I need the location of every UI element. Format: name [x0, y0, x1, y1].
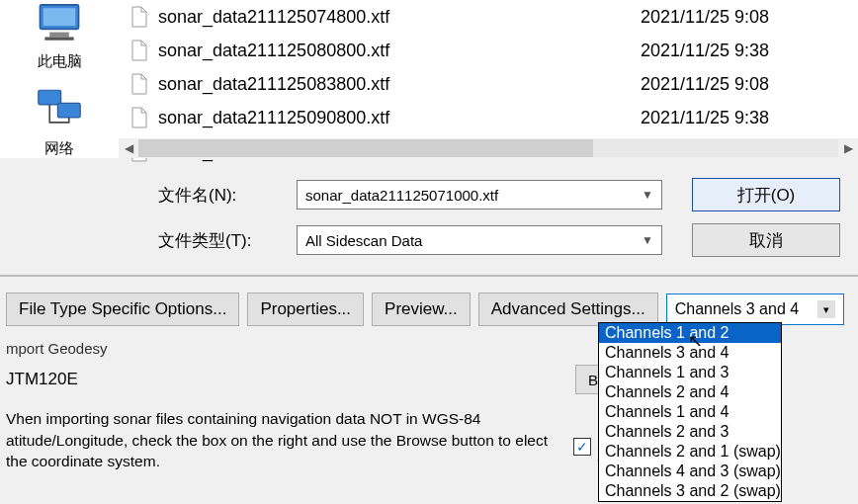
file-type-options-button[interactable]: File Type Specific Options... — [6, 293, 239, 326]
scroll-thumb[interactable] — [138, 139, 593, 157]
channel-option[interactable]: Channels 1 and 4 — [599, 402, 781, 422]
preview-button[interactable]: Preview... — [372, 293, 471, 326]
svg-rect-1 — [43, 8, 76, 26]
channel-option[interactable]: Channels 1 and 2 — [599, 323, 781, 343]
file-date: 2021/11/25 9:38 — [641, 108, 858, 128]
scroll-left-arrow[interactable]: ◀ — [119, 138, 138, 158]
filetype-combobox[interactable]: All Sidescan Data ▼ — [297, 225, 662, 255]
network-label[interactable]: 网络 — [0, 139, 119, 158]
places-sidebar: 此电脑 网络 — [0, 0, 119, 158]
channel-option[interactable]: Channels 4 and 3 (swap) — [599, 462, 781, 481]
file-row[interactable]: sonar_data211125083800.xtf 2021/11/25 9:… — [129, 67, 858, 101]
this-pc-icon[interactable] — [0, 0, 119, 50]
svg-rect-4 — [39, 90, 61, 105]
file-icon — [129, 38, 150, 63]
geodesy-utm-value: JTM120E — [6, 366, 575, 393]
chevron-down-icon: ▼ — [642, 188, 653, 202]
file-name: sonar_data211125080800.xtf — [158, 41, 641, 61]
network-icon[interactable] — [0, 87, 119, 137]
file-date: 2021/11/25 9:08 — [641, 7, 858, 28]
nav-override-checkbox[interactable]: ✓ — [573, 438, 591, 456]
this-pc-label[interactable]: 此电脑 — [0, 52, 119, 71]
file-name: sonar_data211125074800.xtf — [158, 7, 641, 28]
channels-combobox[interactable]: Channels 3 and 4 ▾ — [666, 294, 844, 325]
geodesy-help-text: Vhen importing sonar files containing na… — [6, 408, 559, 472]
channel-option[interactable]: Channels 2 and 3 — [599, 422, 781, 442]
filename-value: sonar_data211125071000.xtf — [305, 187, 498, 204]
channel-option[interactable]: Channels 3 and 4 — [599, 343, 781, 363]
properties-button[interactable]: Properties... — [247, 293, 364, 326]
file-icon — [129, 4, 150, 30]
filetype-value: All Sidescan Data — [305, 232, 422, 249]
file-icon — [129, 105, 150, 130]
filename-label: 文件名(N): — [158, 184, 297, 207]
svg-rect-5 — [57, 103, 80, 118]
open-button[interactable]: 打开(O) — [692, 178, 840, 211]
file-name: sonar_data211125083800.xtf — [158, 74, 641, 95]
file-date: 2021/11/25 9:08 — [641, 74, 858, 95]
cancel-button[interactable]: 取消 — [692, 223, 840, 257]
file-name: sonar_data211125090800.xtf — [158, 108, 641, 128]
file-row[interactable]: sonar_data211125080800.xtf 2021/11/25 9:… — [129, 34, 858, 67]
file-list[interactable]: sonar_data211125074800.xtf 2021/11/25 9:… — [119, 0, 858, 158]
channel-option[interactable]: Channels 3 and 2 (swap) — [599, 481, 781, 501]
svg-rect-3 — [44, 37, 73, 40]
channel-option[interactable]: Channels 2 and 4 — [599, 382, 781, 402]
svg-rect-2 — [49, 33, 69, 38]
filetype-label: 文件类型(T): — [158, 229, 297, 252]
chevron-down-icon: ▾ — [817, 300, 835, 318]
file-row[interactable]: sonar_data211125074800.xtf 2021/11/25 9:… — [129, 0, 858, 34]
filename-combobox[interactable]: sonar_data211125071000.xtf ▼ — [297, 180, 662, 210]
channel-option[interactable]: Channels 2 and 1 (swap) — [599, 442, 781, 462]
channels-dropdown-list[interactable]: Channels 1 and 2 Channels 3 and 4 Channe… — [598, 322, 782, 502]
file-row[interactable]: sonar_data211125090800.xtf 2021/11/25 9:… — [129, 101, 858, 134]
file-icon — [129, 71, 150, 97]
scroll-right-arrow[interactable]: ▶ — [838, 138, 858, 158]
scroll-track[interactable] — [138, 139, 838, 157]
advanced-settings-button[interactable]: Advanced Settings... — [478, 293, 658, 326]
channels-selected: Channels 3 and 4 — [675, 300, 799, 318]
chevron-down-icon: ▼ — [642, 233, 653, 247]
horizontal-scrollbar[interactable]: ◀ ▶ — [119, 138, 858, 158]
channel-option[interactable]: Channels 1 and 3 — [599, 363, 781, 382]
file-date: 2021/11/25 9:38 — [641, 41, 858, 61]
